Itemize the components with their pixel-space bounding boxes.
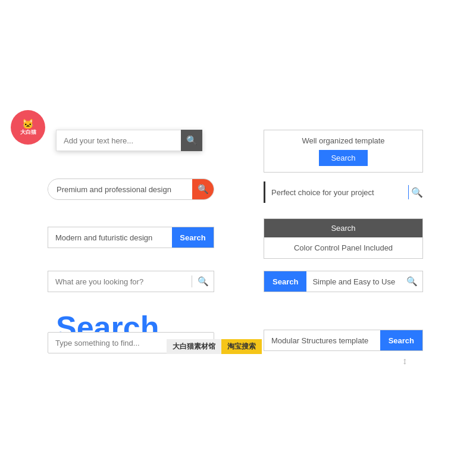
search-bar-2: 🔍: [48, 178, 214, 200]
watermark-part2: 淘宝搜索: [221, 339, 262, 354]
right-bar-4-text: Simple and Easy to Use: [306, 277, 402, 286]
search-input-1[interactable]: [56, 130, 181, 151]
right-bar-2: Perfect choice for your project 🔍: [264, 181, 423, 203]
left-border-accent: [264, 181, 265, 203]
right-bar-5: Modular Structures template Search: [264, 330, 423, 351]
search-icon-right-2[interactable]: 🔍: [411, 187, 423, 198]
right-box-3-body: Color Control Panel Included: [264, 237, 422, 258]
right-bar-5-button[interactable]: Search: [380, 330, 422, 351]
right-box-3-header: Search: [264, 219, 422, 237]
right-bar-4-button[interactable]: Search: [264, 271, 306, 292]
search-input-4[interactable]: [48, 277, 192, 286]
right-box-1-button[interactable]: Search: [319, 150, 367, 166]
vertical-line: [408, 185, 409, 199]
resize-handle[interactable]: ⤡: [400, 357, 410, 367]
right-box-1-label: Well organized template: [302, 136, 384, 145]
search-input-2[interactable]: [48, 185, 192, 194]
search-bar-1: 🔍: [56, 130, 202, 151]
right-bar-4-icon[interactable]: 🔍: [402, 276, 422, 287]
search-button-2[interactable]: 🔍: [192, 178, 214, 200]
right-bar-2-text: Perfect choice for your project: [271, 188, 408, 197]
right-box-1: Well organized template Search: [264, 130, 423, 173]
right-box-3: Search Color Control Panel Included: [264, 218, 423, 259]
logo: 🐱 大白猫: [11, 110, 45, 145]
search-button-3[interactable]: Search: [172, 227, 214, 248]
search-bar-4: 🔍: [48, 271, 214, 292]
search-input-3[interactable]: [48, 233, 172, 242]
cat-icon: 🐱: [22, 120, 34, 129]
right-bar-2-icon-area: 🔍: [408, 185, 423, 199]
search-icon-4[interactable]: 🔍: [192, 276, 214, 287]
search-button-1[interactable]: 🔍: [181, 130, 202, 151]
right-bar-5-text: Modular Structures template: [264, 336, 380, 345]
right-bar-4: Search Simple and Easy to Use 🔍: [264, 271, 423, 292]
watermark: 大白猫素材馆 淘宝搜索: [167, 339, 262, 354]
search-bar-3: Search: [48, 227, 214, 248]
logo-text: 大白猫: [20, 129, 36, 136]
watermark-part1: 大白猫素材馆: [167, 339, 221, 354]
